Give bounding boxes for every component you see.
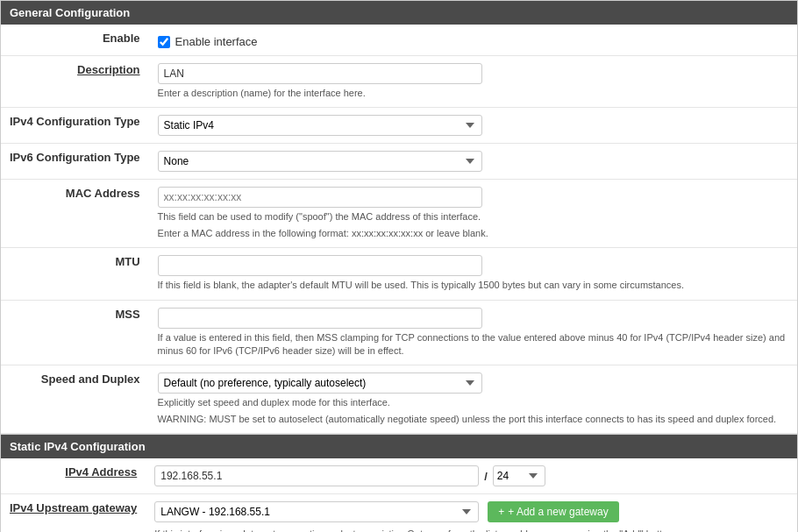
ipv4-config-type-label: IPv4 Configuration Type — [1, 108, 149, 144]
mss-label: MSS — [1, 300, 149, 365]
enable-label: Enable — [1, 25, 149, 56]
speed-duplex-row: Speed and Duplex Default (no preference,… — [1, 365, 797, 434]
mac-address-input[interactable] — [158, 187, 482, 208]
ipv6-config-type-value-cell: None DHCPv6 Static IPv6 — [149, 144, 797, 180]
ipv4-address-input[interactable] — [154, 465, 479, 486]
cidr-select[interactable]: 8 16 24 32 — [493, 465, 545, 486]
mac-address-row: MAC Address This field can be used to mo… — [1, 180, 797, 248]
ipv4-address-label: IPv4 Address — [1, 458, 146, 494]
description-input[interactable] — [158, 63, 482, 84]
mss-row: MSS If a value is entered in this field,… — [1, 300, 797, 365]
gateway-input-row: LANGW - 192.168.55.1 None + + Add a new … — [154, 501, 788, 522]
static-ipv4-header: Static IPv4 Configuration — [1, 435, 797, 458]
mac-address-value-cell: This field can be used to modify ("spoof… — [149, 180, 797, 248]
mtu-label: MTU — [1, 248, 149, 300]
add-icon: + — [498, 506, 504, 518]
ipv4-address-row: IPv4 Address / 8 16 24 32 — [1, 458, 797, 494]
mtu-input[interactable] — [158, 255, 482, 276]
upstream-gateway-label: IPv4 Upstream gateway — [1, 494, 146, 532]
ipv4-address-input-row: / 8 16 24 32 — [154, 465, 788, 486]
add-gateway-label: + Add a new gateway — [508, 506, 608, 518]
add-gateway-button[interactable]: + + Add a new gateway — [488, 501, 618, 522]
mtu-value-cell: If this field is blank, the adapter's de… — [149, 248, 797, 300]
mac-address-help1: This field can be used to modify ("spoof… — [158, 210, 788, 223]
ipv6-config-type-label: IPv6 Configuration Type — [1, 144, 149, 180]
mss-value-cell: If a value is entered in this field, the… — [149, 300, 797, 365]
static-ipv4-title: Static IPv4 Configuration — [10, 440, 146, 453]
description-row: Description Enter a description (name) f… — [1, 56, 797, 108]
upstream-gateway-help1: If this interface is an Internet connect… — [154, 528, 788, 532]
speed-duplex-value-cell: Default (no preference, typically autose… — [149, 365, 797, 434]
mtu-row: MTU If this field is blank, the adapter'… — [1, 248, 797, 300]
speed-duplex-select[interactable]: Default (no preference, typically autose… — [158, 372, 482, 394]
enable-checkbox-label: Enable interface — [175, 35, 258, 48]
description-help: Enter a description (name) for the inter… — [158, 87, 788, 100]
ipv4-address-value-cell: / 8 16 24 32 — [146, 458, 797, 494]
upstream-gateway-value-cell: LANGW - 192.168.55.1 None + + Add a new … — [146, 494, 797, 532]
description-value-cell: Enter a description (name) for the inter… — [149, 56, 797, 108]
speed-duplex-label: Speed and Duplex — [1, 365, 149, 434]
speed-duplex-help2: WARNING: MUST be set to autoselect (auto… — [158, 413, 788, 426]
ipv6-config-type-row: IPv6 Configuration Type None DHCPv6 Stat… — [1, 144, 797, 180]
ipv4-config-type-row: IPv4 Configuration Type Static IPv4 DHCP… — [1, 108, 797, 144]
mss-input[interactable] — [158, 308, 482, 329]
general-config-header: General Configuration — [1, 1, 797, 25]
static-ipv4-table: IPv4 Address / 8 16 24 32 IPv4 Upstream … — [1, 458, 797, 532]
slash-label: / — [484, 470, 488, 483]
general-config-title: General Configuration — [10, 6, 130, 19]
speed-duplex-help1: Explicitly set speed and duplex mode for… — [158, 396, 788, 409]
mac-address-help2: Enter a MAC address in the following for… — [158, 227, 788, 240]
ipv4-config-type-select[interactable]: Static IPv4 DHCP None — [158, 115, 482, 136]
description-label: Description — [1, 56, 149, 108]
upstream-gateway-select[interactable]: LANGW - 192.168.55.1 None — [154, 501, 479, 522]
ipv6-config-type-select[interactable]: None DHCPv6 Static IPv6 — [158, 151, 482, 172]
enable-value-cell: Enable interface — [149, 25, 797, 56]
mtu-help: If this field is blank, the adapter's de… — [158, 279, 788, 292]
general-config-table: Enable Enable interface Description Ente… — [1, 25, 797, 434]
mss-help: If a value is entered in this field, the… — [158, 331, 788, 358]
mac-address-label: MAC Address — [1, 180, 149, 248]
upstream-gateway-row: IPv4 Upstream gateway LANGW - 192.168.55… — [1, 494, 797, 532]
enable-row: Enable Enable interface — [1, 25, 797, 56]
enable-checkbox-row: Enable interface — [158, 32, 788, 48]
ipv4-config-type-value-cell: Static IPv4 DHCP None — [149, 108, 797, 144]
enable-checkbox[interactable] — [158, 36, 170, 48]
